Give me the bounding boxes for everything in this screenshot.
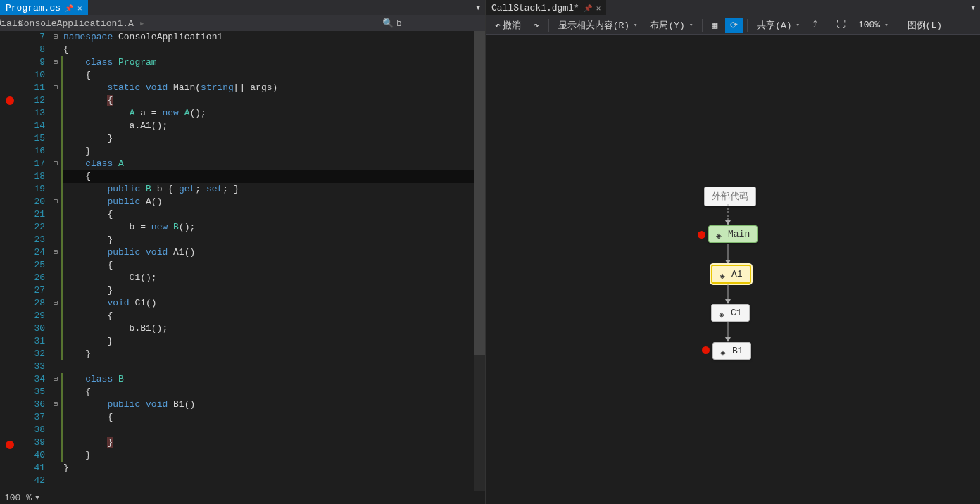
scrollbar-thumb[interactable] [474,31,485,355]
code-line[interactable]: { [63,44,485,56]
tab-overflow-dropdown[interactable]: ▾ [966,0,980,15]
tab-program-cs[interactable]: Program.cs 📌 ✕ [0,0,88,15]
fold-toggle[interactable]: ⊟ [51,398,61,411]
zoom-dropdown[interactable]: 100% [853,18,893,32]
node-main[interactable]: ◈ Main [708,225,758,243]
code-line[interactable]: b = new B(); [63,221,485,234]
code-line[interactable]: static void Main(string[] args) [63,82,485,94]
line-number: 37 [20,411,45,424]
code-line[interactable]: { [63,411,485,424]
line-number: 28 [20,297,45,310]
breakpoint-icon[interactable] [6,441,14,449]
code-line[interactable]: { [63,208,485,221]
code-line[interactable]: class A [63,158,485,170]
tab-overflow-dropdown[interactable]: ▾ [471,0,485,15]
filter-button[interactable]: ▦ [707,18,722,33]
code-line[interactable]: class Program [63,56,485,69]
close-icon[interactable]: ✕ [77,4,82,13]
fold-toggle[interactable]: ⊟ [51,82,61,94]
pin-icon[interactable]: 📌 [65,4,73,13]
code-line[interactable]: } [63,335,485,348]
code-area[interactable]: namespace ConsoleApplication1{ class Pro… [63,31,485,491]
dgml-pane: CallStack1.dgml* 📌 ✕ ▾ ↶ 撤消 ↷ 显示相关内容(R) … [486,0,980,504]
dgml-toolbar: ↶ 撤消 ↷ 显示相关内容(R) 布局(Y) ▦ ⟳ 共享(A) ⤴ ⛶ 100… [486,15,980,35]
member-search-input[interactable] [396,18,481,29]
line-number: 17 [20,158,45,170]
node-a1[interactable]: ◈ A1 [711,265,751,284]
code-line[interactable]: { [63,170,485,183]
fit-button[interactable]: ⛶ [831,18,850,32]
fold-toggle[interactable]: ⊟ [51,158,61,170]
show-related-dropdown[interactable]: 显示相关内容(R) [553,17,643,34]
fold-margin[interactable]: ⊟⊟⊟⊟⊟⊟⊟⊟⊟ [51,31,61,491]
fold-toggle [51,132,61,145]
line-number: 33 [20,360,45,373]
breakpoint-margin[interactable] [0,31,20,491]
redo-button[interactable]: ↷ [529,18,544,33]
code-line[interactable]: } [63,234,485,246]
code-line[interactable]: public A() [63,196,485,208]
editor-pane: Program.cs 📌 ✕ ▾ �ials ConsoleApplicatio… [0,0,486,504]
code-line[interactable]: } [63,449,485,462]
node-b1[interactable]: ◈ B1 [712,342,751,360]
code-line[interactable]: { [63,259,485,272]
code-line[interactable]: } [63,436,485,449]
fold-toggle[interactable]: ⊟ [51,196,61,208]
fold-toggle[interactable]: ⊟ [51,56,61,69]
code-line[interactable]: } [63,462,485,474]
node-c1[interactable]: ◈ C1 [711,304,750,322]
code-line[interactable]: void C1() [63,297,485,310]
code-line[interactable]: class B [63,373,485,386]
vertical-scrollbar[interactable] [474,31,485,491]
undo-button[interactable]: ↶ 撤消 [490,17,526,34]
fold-toggle[interactable]: ⊟ [51,297,61,310]
line-number: 19 [20,183,45,196]
pin-icon[interactable]: 📌 [584,4,592,13]
code-line[interactable] [63,424,485,436]
code-line[interactable]: } [63,284,485,297]
zoom-level[interactable]: 100 % [4,493,32,503]
code-line[interactable]: b.B1(); [63,322,485,335]
code-line[interactable] [63,360,485,373]
node-external-code[interactable]: 外部代码 [704,187,756,206]
tab-callstack-dgml[interactable]: CallStack1.dgml* 📌 ✕ [486,0,606,15]
code-line[interactable]: } [63,145,485,158]
fold-toggle [51,436,61,449]
code-line[interactable]: public B b { get; set; } [63,183,485,196]
code-line[interactable]: public void B1() [63,398,485,411]
export-icon: ⤴ [812,20,817,30]
fold-toggle[interactable]: ⊟ [51,31,61,44]
code-line[interactable]: } [63,348,485,360]
code-line[interactable]: { [63,386,485,398]
scope-dropdown[interactable]: ConsoleApplication1.A [18,18,134,29]
code-line[interactable]: A a = new A(); [63,107,485,120]
refresh-toggle[interactable]: ⟳ [725,18,743,33]
callstack-graph[interactable]: 外部代码 ◈ Main ◈ A1 ◈ C1 ◈ B1 [486,35,980,504]
breakpoint-icon[interactable] [6,96,14,105]
layout-dropdown[interactable]: 布局(Y) [645,17,698,34]
fold-toggle [51,170,61,183]
class-icon: �ials [4,18,14,28]
share-dropdown[interactable]: 共享(A) [752,17,805,34]
code-line[interactable]: public void A1() [63,246,485,259]
code-editor[interactable]: 7891011121314151617181920212223242526272… [0,31,485,491]
legend-button[interactable]: 图例(L) [903,17,947,34]
fold-toggle[interactable]: ⊟ [51,246,61,259]
code-line[interactable]: } [63,132,485,145]
code-line[interactable]: namespace ConsoleApplication1 [63,31,485,44]
export-button[interactable]: ⤴ [808,18,822,32]
code-line[interactable]: { [63,94,485,107]
code-line[interactable]: { [63,69,485,82]
svg-marker-3 [725,260,731,265]
editor-statusbar: 100 % ▾ [0,491,485,504]
redo-icon: ↷ [534,20,539,31]
code-line[interactable]: a.A1(); [63,120,485,132]
code-line[interactable]: { [63,310,485,322]
close-icon[interactable]: ✕ [596,4,601,13]
code-line[interactable]: C1(); [63,272,485,284]
fold-toggle [51,69,61,82]
fold-toggle [51,474,61,487]
code-line[interactable] [63,474,485,487]
zoom-dropdown-icon[interactable]: ▾ [34,492,40,503]
fold-toggle[interactable]: ⊟ [51,373,61,386]
